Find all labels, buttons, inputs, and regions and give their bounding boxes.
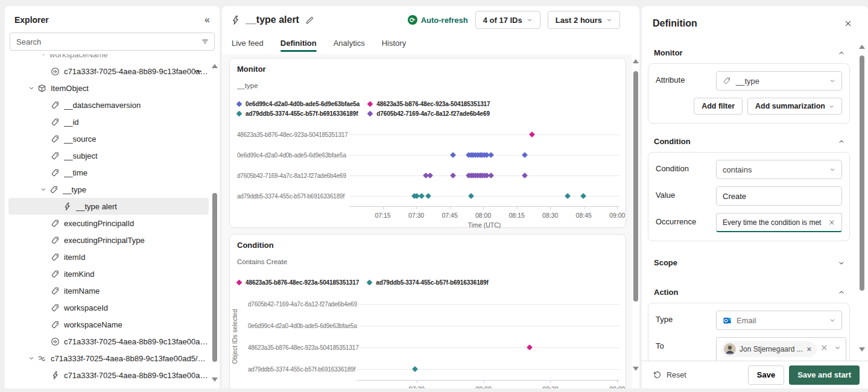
chevron-down-icon[interactable]	[834, 344, 841, 351]
time-range-dropdown[interactable]: Last 2 hours	[548, 11, 620, 29]
close-icon[interactable]	[844, 19, 852, 28]
chevron-down-icon	[829, 104, 834, 109]
explorer-scrollbar[interactable]	[211, 54, 218, 388]
action-type-dropdown[interactable]: Email	[716, 311, 842, 330]
tree-item[interactable]: __id	[8, 113, 209, 130]
auto-refresh-toggle[interactable]: ⟳ Auto-refresh	[408, 15, 468, 25]
legend-label: d7605b42-7169-4a7c-8a12-f27ade6b4e69	[376, 110, 490, 117]
condition-legend: 48623a35-b876-48ec-923a-504185351317ad79…	[237, 277, 489, 287]
chevron-down-icon[interactable]	[25, 84, 37, 92]
clear-all-icon[interactable]	[820, 344, 828, 352]
center-scrollbar[interactable]	[632, 54, 639, 388]
tree-item-label: executingPrincipalType	[64, 236, 145, 245]
tree-item[interactable]: c71a333f-7025-4aea-8b89-9c13fae00ad5/W..…	[8, 350, 209, 367]
time-range-label: Last 2 hours	[556, 16, 602, 25]
tree-item[interactable]: __time	[8, 164, 209, 181]
scrollbar-thumb[interactable]	[633, 71, 638, 302]
chevron-down-icon[interactable]	[37, 186, 49, 193]
attribute-dropdown[interactable]: __type	[716, 71, 842, 90]
tree-item[interactable]: workspaceName	[8, 316, 209, 333]
section-title: Monitor	[654, 48, 683, 57]
collapse-panel-icon[interactable]: «	[204, 14, 210, 25]
legend-item: ad79ddb5-3374-455c-b57f-b6916336189f	[237, 109, 360, 118]
add-filter-button[interactable]: Add filter	[694, 98, 743, 115]
scroll-up-icon[interactable]	[859, 45, 865, 49]
ids-dropdown[interactable]: 4 of 17 IDs	[475, 11, 540, 29]
chevron-down-icon[interactable]	[25, 355, 37, 362]
condition-card-subtitle: Contains Create	[237, 258, 622, 265]
data-point	[450, 152, 456, 158]
x-tick-label: 08:45	[576, 212, 592, 219]
search-box	[10, 33, 215, 51]
chart-row: d7605b42-7169-4a7c-8a12-f27ade6b4e69	[248, 293, 622, 315]
scrollbar-thumb[interactable]	[860, 55, 864, 291]
scroll-up-icon[interactable]	[212, 64, 218, 68]
save-and-start-button[interactable]: Save and start	[789, 365, 860, 385]
chevron-down-icon[interactable]	[37, 54, 49, 58]
add-summarization-label: Add summarization	[755, 102, 825, 110]
scroll-down-icon[interactable]	[212, 378, 218, 382]
legend-label: ad79ddb5-3374-455c-b57f-b6916336189f	[246, 110, 358, 117]
scroll-down-icon[interactable]	[633, 367, 639, 371]
chart-row: 48623a35-b876-48ec-923a-504185351317	[248, 337, 622, 358]
tree-item[interactable]: __type alert	[8, 198, 209, 215]
tree-item[interactable]: c71a333f-7025-4aea-8b89-9c13fae00ad...⋯	[8, 63, 209, 80]
condition-dropdown[interactable]: contains	[716, 160, 842, 179]
filter-icon[interactable]	[201, 37, 209, 46]
clear-icon[interactable]	[828, 219, 835, 226]
add-summarization-button[interactable]: Add summarization	[747, 98, 842, 115]
x-tick-label: 07:30	[408, 212, 424, 219]
chart-row-label: ad79ddb5-3374-455c-b57f-b6916336189f	[237, 193, 349, 200]
section-header-condition[interactable]: Condition	[648, 128, 850, 152]
tree-item[interactable]: __dataschemaversion	[8, 96, 209, 113]
tree-item[interactable]: ItemObject	[8, 80, 209, 96]
tree-item-label: c71a333f-7025-4aea-8b89-9c13fae00ad5/W..…	[51, 354, 209, 363]
more-options-icon[interactable]: ⋯	[194, 67, 203, 76]
tree-item[interactable]: itemId	[8, 248, 209, 265]
tree-item[interactable]: executingPrincipalType	[8, 232, 209, 248]
definition-panel-body: Monitor Attribute __type	[642, 40, 850, 361]
section-header-monitor[interactable]: Monitor	[648, 40, 850, 63]
chart-row-label: d7605b42-7169-4a7c-8a12-f27ade6b4e69	[248, 301, 356, 308]
tag-icon	[49, 185, 63, 194]
definition-scrollbar[interactable]	[858, 40, 866, 361]
reset-button[interactable]: Reset	[653, 370, 686, 379]
legend-label: 48623a35-b876-48ec-923a-504185351317	[376, 101, 490, 107]
occurrence-input[interactable]	[723, 218, 823, 227]
tree-item[interactable]: __type	[8, 181, 209, 198]
tree-item[interactable]: itemName	[8, 282, 209, 299]
legend-item: 0e6d99c4-d2a0-4d0b-ade5-6d9e63bfae5a	[237, 99, 360, 109]
definition-panel-title: Definition	[653, 18, 697, 29]
tree-item[interactable]: executingPrincipalId	[8, 215, 209, 232]
tab-live-feed[interactable]: Live feed	[226, 35, 270, 53]
recipient-pill[interactable]: Jon Stjernegaard ... ✕	[721, 341, 817, 357]
tab-definition[interactable]: Definition	[274, 35, 323, 53]
tree-item[interactable]: __source	[8, 130, 209, 147]
scroll-up-icon[interactable]	[633, 59, 639, 63]
scroll-down-icon[interactable]	[859, 347, 865, 352]
legend-diamond-icon	[367, 279, 373, 285]
scrollbar-thumb[interactable]	[212, 193, 217, 362]
section-header-scope[interactable]: Scope	[648, 250, 850, 273]
tree-item[interactable]: itemKind	[8, 265, 209, 282]
to-recipients-box[interactable]: Jon Stjernegaard ... ✕	[716, 337, 846, 361]
edit-title-icon[interactable]	[305, 16, 314, 25]
tree-item[interactable]: workspaceId	[8, 299, 209, 316]
x-tick-label: 08:00	[475, 212, 491, 219]
x-tick-label: 09:00	[609, 385, 625, 388]
tree-item[interactable]: workspaceName	[8, 54, 209, 63]
data-point	[428, 172, 434, 179]
tree-item[interactable]: c71a333f-7025-4aea-8b89-9c13fae00ad...	[8, 333, 209, 350]
tree-item[interactable]: c71a333f-7025-4aea-8b89-9c13fae00ad...	[8, 367, 209, 384]
x-tick-label: 07:15	[375, 212, 390, 219]
save-button[interactable]: Save	[748, 365, 784, 385]
tab-history[interactable]: History	[376, 35, 412, 53]
tab-analytics[interactable]: Analytics	[328, 35, 371, 53]
section-title: Scope	[654, 258, 677, 267]
search-input[interactable]	[16, 37, 201, 46]
data-point	[450, 172, 456, 179]
tree-item[interactable]: __subject	[8, 147, 209, 164]
section-header-action[interactable]: Action	[648, 279, 850, 303]
value-input[interactable]	[723, 192, 835, 201]
remove-recipient-icon[interactable]: ✕	[806, 346, 812, 353]
